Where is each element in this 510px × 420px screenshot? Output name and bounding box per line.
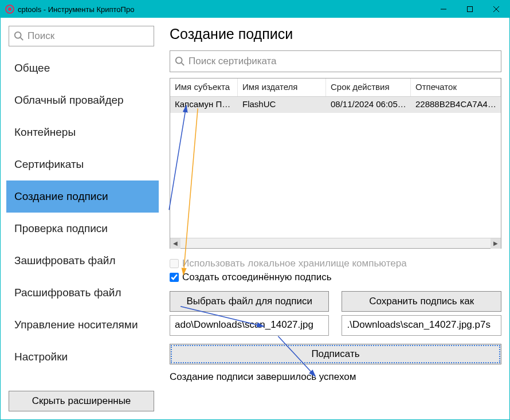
minimize-button[interactable] [430, 1, 457, 18]
cell-subject: Капсамун Пр… [170, 97, 238, 113]
close-button[interactable] [483, 1, 509, 18]
main-panel: Создание подписи Имя субъекта Имя издате… [159, 18, 510, 419]
sidebar-item-cloud-provider[interactable]: Облачный провайдер [6, 84, 159, 116]
maximize-button[interactable] [457, 1, 483, 18]
sidebar-item-decrypt-file[interactable]: Расшифровать файл [6, 277, 159, 309]
window-title: cptools - Инструменты КриптоПро [18, 5, 430, 14]
hide-advanced-button[interactable]: Скрыть расширенные [9, 391, 154, 411]
table-body: Капсамун Пр… FlashUC 08/11/2024 06:05:… … [170, 97, 501, 238]
cert-search-input[interactable] [189, 56, 496, 67]
svg-point-6 [176, 57, 182, 64]
sidebar-item-certificates[interactable]: Сертификаты [6, 148, 159, 180]
app-icon [5, 5, 14, 14]
status-message: Создание подписи завершилось успехом [170, 371, 501, 383]
sidebar-item-verify-signature[interactable]: Проверка подписи [6, 213, 159, 245]
table-row[interactable]: Капсамун Пр… FlashUC 08/11/2024 06:05:… … [170, 97, 501, 113]
sign-button[interactable]: Подписать [170, 344, 501, 364]
cert-table: Имя субъекта Имя издателя Срок действия … [170, 78, 501, 249]
sidebar-item-settings[interactable]: Настройки [6, 341, 159, 373]
search-icon [175, 56, 185, 66]
cell-expiry: 08/11/2024 06:05:… [326, 97, 411, 113]
header-thumbprint[interactable]: Отпечаток [411, 78, 501, 96]
checkbox-detached-label: Создать отсоединённую подпись [182, 272, 332, 283]
choose-file-button[interactable]: Выбрать файл для подписи [170, 291, 329, 312]
sidebar-item-encrypt-file[interactable]: Зашифровать файл [6, 245, 159, 277]
scroll-left-icon[interactable]: ◀ [170, 238, 181, 249]
checkbox-local-store-input [170, 259, 179, 268]
table-header: Имя субъекта Имя издателя Срок действия … [170, 78, 501, 97]
checkbox-detached-input[interactable] [170, 273, 179, 282]
header-issuer[interactable]: Имя издателя [238, 78, 326, 96]
scroll-right-icon[interactable]: ▶ [491, 238, 501, 249]
checkbox-detached[interactable]: Создать отсоединённую подпись [170, 272, 501, 283]
sidebar-list: Общее Облачный провайдер Контейнеры Серт… [6, 52, 159, 391]
sidebar-item-general[interactable]: Общее [6, 52, 159, 84]
sidebar-search-input[interactable] [28, 30, 149, 42]
input-file-path[interactable]: ado\Downloads\scan_14027.jpg [170, 315, 329, 336]
svg-line-7 [182, 63, 185, 66]
cell-thumbprint: 22888B2B4CA7A4… [411, 97, 501, 113]
output-file-path[interactable]: .\Downloads\scan_14027.jpg.p7s [342, 315, 501, 336]
search-icon [14, 31, 24, 41]
sidebar-item-containers[interactable]: Контейнеры [6, 116, 159, 148]
titlebar: cptools - Инструменты КриптоПро [1, 1, 509, 18]
cert-search[interactable] [170, 50, 501, 72]
horizontal-scrollbar[interactable]: ◀ ▶ [170, 238, 501, 248]
sidebar-search[interactable] [9, 26, 154, 46]
svg-point-4 [15, 32, 21, 38]
header-expiry[interactable]: Срок действия [326, 78, 411, 96]
sidebar-item-create-signature[interactable]: Создание подписи [6, 180, 159, 213]
svg-rect-1 [468, 7, 473, 12]
save-signature-as-button[interactable]: Сохранить подпись как [342, 291, 501, 312]
page-title: Создание подписи [170, 26, 501, 42]
checkbox-local-store: Использовать локальное хранилище компьют… [170, 258, 501, 269]
svg-line-5 [21, 38, 23, 41]
cell-issuer: FlashUC [238, 97, 326, 113]
sidebar: Общее Облачный провайдер Контейнеры Серт… [1, 18, 159, 419]
header-subject[interactable]: Имя субъекта [170, 78, 238, 96]
checkbox-local-store-label: Использовать локальное хранилище компьют… [182, 258, 407, 269]
sidebar-item-manage-carriers[interactable]: Управление носителями [6, 309, 159, 341]
